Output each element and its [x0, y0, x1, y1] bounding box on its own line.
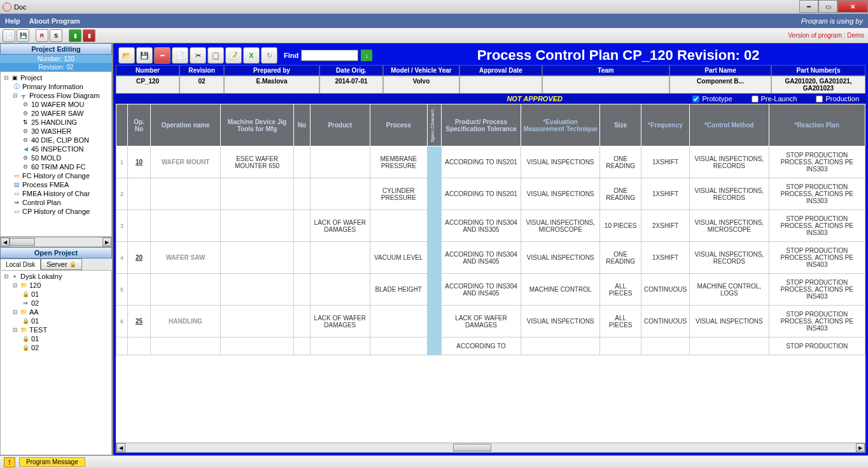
- grid-header-cell[interactable]: [116, 104, 128, 146]
- grid-cell[interactable]: 10: [128, 146, 151, 178]
- grid-cell[interactable]: [116, 337, 128, 355]
- grid-cell[interactable]: VISUAL INSPECTIONS, MICROSCOPE: [690, 210, 769, 242]
- grid-header-cell[interactable]: No: [294, 104, 311, 146]
- save-icon[interactable]: 💾: [17, 29, 29, 42]
- doc-delete-icon[interactable]: ━: [154, 47, 171, 64]
- table-row[interactable]: 110WAFER MOUNTESEC WAFER MOUNTER 650MEMB…: [116, 146, 865, 178]
- tree-item[interactable]: ⊟📁AA: [2, 308, 110, 316]
- grid-cell[interactable]: STOP PRODUCTION PROCESS, ACTIONS PE INS3…: [769, 178, 865, 210]
- grid-cell[interactable]: VISUAL INSPECTIONS: [521, 306, 599, 337]
- production-checkbox[interactable]: Production: [816, 95, 859, 103]
- tree-scrollbar[interactable]: ◀ ▶: [0, 237, 112, 247]
- tree-item[interactable]: ⊟┬Process Flow Diagram: [2, 91, 110, 100]
- tree-item[interactable]: 🔒01: [2, 316, 110, 325]
- scroll-right-icon[interactable]: ▶: [102, 238, 111, 246]
- grid-cell[interactable]: [128, 274, 151, 306]
- grid-cell[interactable]: ACCORDING TO INS304 AND INS405: [442, 274, 521, 306]
- grid-cell[interactable]: BLADE HEIGHT: [370, 274, 428, 306]
- tree-item[interactable]: ▤Process FMEA: [2, 180, 110, 189]
- grid-cell[interactable]: [311, 274, 370, 306]
- grid-cell[interactable]: [370, 306, 428, 337]
- grid-header-cell[interactable]: Product/ Process Specification Tolerance: [442, 104, 521, 146]
- grid-cell[interactable]: 1XSHIFT: [641, 178, 689, 210]
- tree-item[interactable]: ⊟▣Project: [2, 73, 110, 82]
- project-tree[interactable]: ⊟▣ProjectⓘPrimary Information⊟┬Process F…: [0, 71, 112, 237]
- grid-cell[interactable]: STOP PRODUCTION PROCESS, ACTIONS PE INS3…: [769, 146, 865, 178]
- grid-cell[interactable]: [128, 210, 151, 242]
- grid-header-cell[interactable]: *Evaluation Measurement Technique: [521, 104, 599, 146]
- grid-cell[interactable]: [428, 178, 442, 210]
- tree-item[interactable]: ⇒02: [2, 299, 110, 308]
- doc-cut-icon[interactable]: ✂: [190, 47, 206, 64]
- info-value-cell[interactable]: [459, 76, 542, 94]
- grid-cell[interactable]: 25: [128, 306, 151, 337]
- grid-cell[interactable]: STOP PRODUCTION PROCESS, ACTIONS PE INS3…: [769, 210, 865, 242]
- doc-edit-icon[interactable]: 📝: [225, 47, 242, 64]
- find-go-button[interactable]: ↓: [361, 50, 372, 61]
- grid-cell[interactable]: 10 PIECES: [600, 210, 641, 242]
- info-value-cell[interactable]: [542, 76, 669, 94]
- tree-item[interactable]: 🔒01: [2, 334, 110, 343]
- grid-cell[interactable]: 5: [116, 274, 128, 306]
- grid-cell[interactable]: 1XSHIFT: [641, 146, 689, 178]
- grid-cell[interactable]: [294, 146, 311, 178]
- grid-cell[interactable]: [294, 274, 311, 306]
- scroll-left-icon[interactable]: ◀: [1, 238, 10, 246]
- grid-cell[interactable]: 6: [116, 306, 128, 337]
- grid-cell[interactable]: [370, 337, 428, 355]
- disk-tree[interactable]: ⊟●Dysk Lokalny⊟📁120🔒01⇒02⊟📁AA🔒01⊟📁TEST🔒0…: [0, 270, 112, 455]
- grid-cell[interactable]: [294, 210, 311, 242]
- grid-header-cell[interactable]: *Reaction Plan: [769, 104, 865, 146]
- grid-cell[interactable]: [221, 274, 294, 306]
- grid-h-scrollbar[interactable]: ◀ ▶: [116, 443, 865, 453]
- tree-item[interactable]: ⚙50 MOLD: [2, 153, 110, 162]
- tree-item[interactable]: ⇅25 HANDLING: [2, 118, 110, 127]
- grid-cell[interactable]: ACCORDING TO INS304 AND INS405: [442, 242, 521, 274]
- expand-icon[interactable]: ⊟: [13, 327, 18, 333]
- grid-cell[interactable]: [428, 274, 442, 306]
- grid-cell[interactable]: STOP PRODUCTION PROCESS, ACTIONS PE INS4…: [769, 242, 865, 274]
- grid-cell[interactable]: LACK OF WAFER DAMAGES: [311, 210, 370, 242]
- grid-scroll-thumb[interactable]: [453, 444, 491, 451]
- expand-icon[interactable]: ⊟: [4, 273, 9, 280]
- grid-cell[interactable]: VISUAL INSPECTIONS: [521, 242, 599, 274]
- grid-cell[interactable]: 1XSHIFT: [641, 242, 689, 274]
- grid-cell[interactable]: [311, 242, 370, 274]
- grid-cell[interactable]: [151, 274, 221, 306]
- grid-cell[interactable]: [221, 210, 294, 242]
- minimize-button[interactable]: ━: [799, 0, 818, 13]
- grid-cell[interactable]: [311, 337, 370, 355]
- info-value-cell[interactable]: 2014-07-01: [319, 76, 383, 94]
- grid-header-cell[interactable]: *Frequency: [641, 104, 689, 146]
- grid-cell[interactable]: VISUAL INSPECTIONS, MICROSCOPE: [521, 210, 599, 242]
- grid-cell[interactable]: [428, 242, 442, 274]
- grid-cell[interactable]: STOP PRODUCTION: [769, 337, 865, 355]
- grid-cell[interactable]: VISUAL INSPECTIONS, RECORDS: [690, 242, 769, 274]
- grid-cell[interactable]: ONE READING: [600, 178, 641, 210]
- grid-cell[interactable]: VISUAL INSPECTIONS: [521, 178, 599, 210]
- grid-cell[interactable]: [221, 242, 294, 274]
- table-row[interactable]: 625HANDLINGLACK OF WAFER DAMAGESLACK OF …: [116, 306, 865, 337]
- grid-cell[interactable]: [128, 178, 151, 210]
- doc-save-icon[interactable]: 💾: [136, 47, 153, 64]
- doc-refresh-icon[interactable]: ↻: [261, 47, 277, 64]
- grid-cell[interactable]: STOP PRODUCTION PROCESS, ACTIONS PE INS4…: [769, 274, 865, 306]
- grid-cell[interactable]: 2: [116, 178, 128, 210]
- grid-cell[interactable]: WAFER SAW: [151, 242, 221, 274]
- table-row[interactable]: 5BLADE HEIGHTACCORDING TO INS304 AND INS…: [116, 274, 865, 306]
- grid-cell[interactable]: MACHINE CONTROL: [521, 274, 599, 306]
- grid-cell[interactable]: CONTINUOUS: [641, 274, 689, 306]
- grid-cell[interactable]: 3: [116, 210, 128, 242]
- menu-about[interactable]: About Program: [29, 17, 80, 25]
- table-row[interactable]: 3LACK OF WAFER DAMAGESACCORDING TO INS30…: [116, 210, 865, 242]
- tab-local-disk[interactable]: Local Disk: [0, 259, 41, 270]
- table-row[interactable]: ACCORDING TOSTOP PRODUCTION: [116, 337, 865, 355]
- tree-item[interactable]: 🔒02: [2, 343, 110, 352]
- grid-cell[interactable]: LACK OF WAFER DAMAGES: [311, 306, 370, 337]
- grid-cell[interactable]: ONE READING: [600, 146, 641, 178]
- scroll-thumb[interactable]: [10, 238, 35, 246]
- tree-item[interactable]: ⊟●Dysk Lokalny: [2, 272, 110, 281]
- expand-icon[interactable]: ⊟: [13, 92, 18, 99]
- grid-header-cell[interactable]: Size: [600, 104, 641, 146]
- tree-item[interactable]: ⚙20 WAFER SAW: [2, 109, 110, 118]
